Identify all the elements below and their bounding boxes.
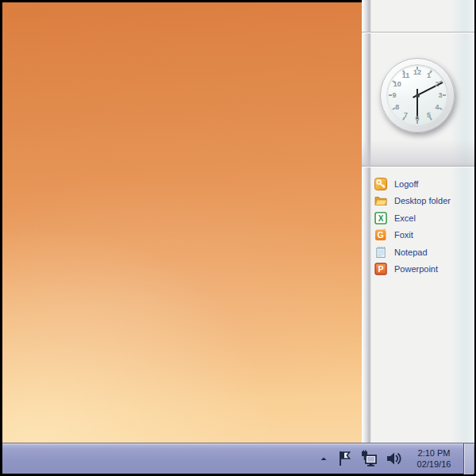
clock-number: 8	[392, 102, 403, 112]
excel-icon: X	[374, 212, 387, 225]
system-tray: 2:10 PM 02/19/16	[319, 443, 474, 474]
foxit-icon: G	[374, 228, 387, 241]
clock-tick	[416, 121, 418, 124]
clock-number: 5	[424, 110, 435, 120]
svg-text:P: P	[378, 264, 383, 274]
analog-clock-gadget[interactable]: 121234567891011	[380, 58, 455, 132]
clock-tick	[443, 94, 446, 96]
shortcut-list: Logoff Desktop folder X Excel G Foxit No…	[374, 175, 470, 278]
shortcut-item[interactable]: Desktop folder	[374, 193, 470, 210]
shortcut-item[interactable]: Notepad	[374, 244, 470, 261]
volume-icon[interactable]	[386, 450, 403, 467]
clock-number: 11	[401, 71, 412, 80]
taskbar[interactable]: 2:10 PM 02/19/16	[2, 443, 474, 474]
tray-clock[interactable]: 2:10 PM 02/19/16	[408, 447, 460, 470]
svg-text:G: G	[378, 230, 384, 240]
shortcut-label: Logoff	[394, 178, 418, 190]
network-icon[interactable]	[359, 450, 378, 467]
shortcut-label: Foxit	[394, 229, 413, 240]
svg-text:X: X	[378, 213, 384, 222]
shortcut-item[interactable]: G Foxit	[374, 227, 470, 244]
show-desktop-button[interactable]	[463, 443, 474, 474]
shortcut-label: Powerpoint	[394, 263, 438, 274]
clock-center-dot	[416, 94, 420, 98]
clock-tick	[416, 67, 418, 70]
shortcut-label: Desktop folder	[394, 195, 451, 206]
tray-date: 02/19/16	[408, 459, 460, 470]
action-center-flag-icon[interactable]	[336, 450, 352, 467]
sidebar-panel: 121234567891011 Logoff Desktop folder X …	[362, 0, 474, 443]
desktop-folder-icon	[374, 194, 387, 207]
shortcut-item[interactable]: Logoff	[374, 175, 470, 193]
tray-time: 2:10 PM	[408, 447, 460, 459]
shortcut-label: Notepad	[394, 247, 428, 258]
powerpoint-icon: P	[374, 263, 387, 275]
logoff-key-icon	[374, 178, 387, 190]
show-hidden-icons-icon[interactable]	[319, 454, 328, 463]
clock-section-shadow	[362, 140, 474, 166]
notepad-icon	[374, 246, 387, 259]
shortcut-item[interactable]: P Powerpoint	[374, 261, 470, 278]
shortcut-label: Excel	[394, 213, 416, 224]
sidebar-divider	[362, 32, 474, 33]
shortcut-item[interactable]: X Excel	[374, 209, 470, 227]
sidebar-divider	[362, 166, 474, 167]
desktop-wallpaper	[2, 2, 362, 443]
clock-tick	[389, 94, 392, 96]
clock-face: 121234567891011	[386, 64, 448, 126]
